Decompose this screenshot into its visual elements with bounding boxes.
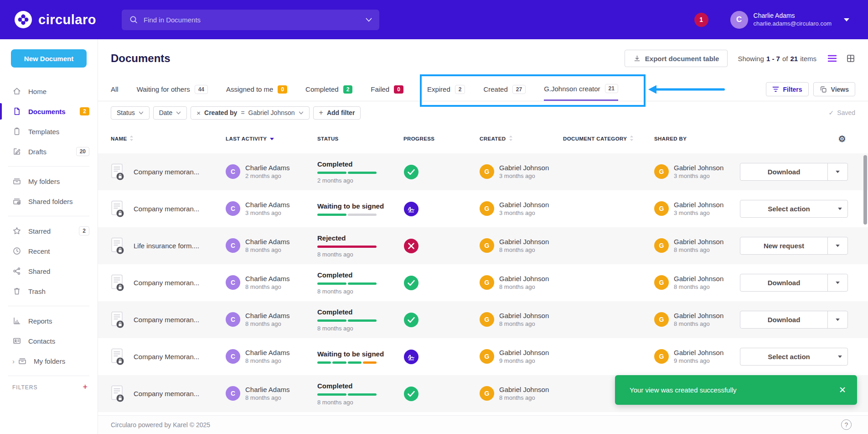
- document-name[interactable]: Company memoran...: [134, 390, 199, 397]
- avatar: G: [654, 349, 669, 364]
- tab-waiting-for-others[interactable]: Waiting for others44: [137, 78, 208, 101]
- person-time: 8 months ago: [499, 283, 549, 291]
- sidebar-item-shared-folders[interactable]: Shared folders: [0, 191, 98, 211]
- table-row[interactable]: Company memoran...CCharlie Adams3 months…: [98, 190, 868, 227]
- folder-shared-icon: [12, 197, 21, 206]
- table-row[interactable]: Company memoran...CCharlie Adams2 months…: [98, 153, 868, 190]
- contacts-icon: [12, 336, 21, 345]
- table-row[interactable]: Life insurance form....CCharlie Adams8 m…: [98, 227, 868, 264]
- grid-view-icon[interactable]: [846, 54, 855, 63]
- sidebar-item-my-folders[interactable]: My folders: [0, 171, 98, 191]
- brand[interactable]: circularo: [14, 10, 96, 29]
- table-row[interactable]: Company memoran...CCharlie Adams8 months…: [98, 301, 868, 338]
- sidebar-item-label: Shared folders: [28, 198, 89, 205]
- sort-icon[interactable]: [129, 135, 134, 142]
- document-name[interactable]: Company Memoran...: [134, 353, 199, 361]
- tab-failed[interactable]: Failed0: [371, 78, 403, 101]
- chevron-down-icon[interactable]: [832, 348, 847, 365]
- row-action-download-button[interactable]: Download: [740, 163, 848, 181]
- column-header-shared-by[interactable]: SHARED BY: [654, 136, 739, 141]
- page-title: Documents: [111, 52, 170, 65]
- sidebar-item-recent[interactable]: Recent: [0, 241, 98, 261]
- sidebar-item-trash[interactable]: Trash: [0, 281, 98, 301]
- global-search[interactable]: [122, 10, 379, 30]
- person-name: Gabriel Johnson: [674, 237, 723, 246]
- tab-all[interactable]: All: [111, 78, 119, 101]
- sidebar-item-documents[interactable]: Documents2: [0, 101, 98, 121]
- document-name[interactable]: Company memoran...: [134, 205, 199, 213]
- sidebar-item-label: Documents: [28, 108, 73, 115]
- filters-button[interactable]: Filters: [766, 82, 809, 96]
- last-activity-cell: CCharlie Adams8 months ago: [226, 274, 317, 291]
- column-header-document-category[interactable]: DOCUMENT CATEGORY: [563, 135, 654, 142]
- sidebar-item-templates[interactable]: Templates: [0, 121, 98, 141]
- chevron-down-icon[interactable]: [827, 237, 847, 254]
- sidebar-item-home[interactable]: Home: [0, 81, 98, 101]
- person-time: 9 months ago: [674, 357, 723, 365]
- column-header-progress[interactable]: PROGRESS: [403, 136, 480, 141]
- row-action-download-button[interactable]: Download: [740, 274, 848, 292]
- created-by-filter-chip[interactable]: × Created by = Gabriel Johnson: [191, 106, 309, 120]
- vertical-scrollbar[interactable]: [863, 155, 867, 225]
- clock-icon: [12, 246, 21, 256]
- shared-by-cell: GGabriel Johnson8 months ago: [654, 237, 739, 254]
- column-header-name[interactable]: NAME: [111, 135, 226, 142]
- column-header-status[interactable]: STATUS: [317, 136, 403, 141]
- notification-badge[interactable]: 1: [694, 13, 708, 27]
- table-row[interactable]: Company memoran...CCharlie Adams8 months…: [98, 264, 868, 301]
- add-filter-button[interactable]: + Add filter: [313, 106, 361, 120]
- person-time: 3 months ago: [245, 209, 290, 217]
- document-name[interactable]: Company memoran...: [134, 168, 199, 176]
- sidebar-item-reports[interactable]: Reports: [0, 311, 98, 331]
- chevron-down-icon[interactable]: [827, 311, 847, 328]
- document-name[interactable]: Company memoran...: [134, 279, 199, 287]
- shared-by-cell: GGabriel Johnson8 months ago: [654, 311, 739, 328]
- status-filter-dropdown[interactable]: Status: [111, 106, 150, 120]
- search-scope-caret-icon[interactable]: [366, 18, 372, 22]
- row-action-select-action-button[interactable]: Select action: [740, 348, 848, 366]
- sidebar-item-starred[interactable]: Starred2: [0, 221, 98, 241]
- views-button[interactable]: Views: [813, 82, 855, 96]
- export-document-table-button[interactable]: Export document table: [625, 50, 728, 67]
- help-button[interactable]: ?: [841, 419, 852, 430]
- tab-created[interactable]: Created27: [483, 78, 526, 101]
- tab-assigned-to-me[interactable]: Assigned to me0: [226, 78, 287, 101]
- row-action-select-action-button[interactable]: Select action: [740, 200, 848, 218]
- row-action-download-button[interactable]: Download: [740, 311, 848, 329]
- table-settings-gear-icon[interactable]: ⚙: [838, 135, 846, 143]
- sort-icon[interactable]: [630, 135, 634, 142]
- new-document-button[interactable]: New Document: [11, 49, 87, 68]
- document-name[interactable]: Life insurance form....: [134, 242, 199, 250]
- count-badge: 27: [512, 85, 526, 94]
- tab-expired[interactable]: Expired2: [427, 78, 465, 101]
- list-view-icon[interactable]: [827, 54, 837, 63]
- status-cell: Completed8 months ago: [317, 308, 403, 332]
- row-action-new-request-button[interactable]: New request: [740, 237, 848, 255]
- person-time: 3 months ago: [674, 209, 723, 217]
- sort-icon[interactable]: [509, 135, 513, 142]
- count-badge: 20: [76, 147, 89, 156]
- date-filter-dropdown[interactable]: Date: [153, 106, 187, 120]
- chevron-down-icon[interactable]: [827, 163, 847, 180]
- person-time: 8 months ago: [499, 246, 549, 254]
- chevron-down-icon[interactable]: [827, 274, 847, 291]
- chevron-down-icon[interactable]: [832, 200, 847, 217]
- sidebar-item-shared[interactable]: Shared: [0, 261, 98, 281]
- tab-completed[interactable]: Completed2: [305, 78, 352, 101]
- tab-g-johnson-creator[interactable]: G.Johnson creator21: [544, 78, 618, 101]
- sidebar-item-drafts[interactable]: Drafts20: [0, 141, 98, 162]
- sidebar-item-contacts[interactable]: Contacts: [0, 331, 98, 351]
- count-badge: 2: [455, 85, 465, 94]
- table-row[interactable]: Company Memoran...CCharlie Adams8 months…: [98, 338, 868, 375]
- column-header-last-activity[interactable]: LAST ACTIVITY: [226, 136, 317, 141]
- sidebar-item-my-folders[interactable]: ›My folders: [0, 351, 98, 371]
- column-header-created[interactable]: CREATED: [480, 135, 563, 142]
- user-menu[interactable]: C Charlie Adams charlie.adams@circularo.…: [730, 11, 850, 29]
- document-name[interactable]: Company memoran...: [134, 316, 199, 324]
- sort-desc-icon[interactable]: [269, 136, 274, 141]
- close-toast-icon[interactable]: ✕: [839, 385, 846, 395]
- views-icon: [820, 86, 827, 93]
- remove-filter-icon[interactable]: ×: [196, 109, 201, 117]
- search-input[interactable]: [144, 16, 366, 24]
- add-filter-plus-icon[interactable]: +: [83, 382, 88, 392]
